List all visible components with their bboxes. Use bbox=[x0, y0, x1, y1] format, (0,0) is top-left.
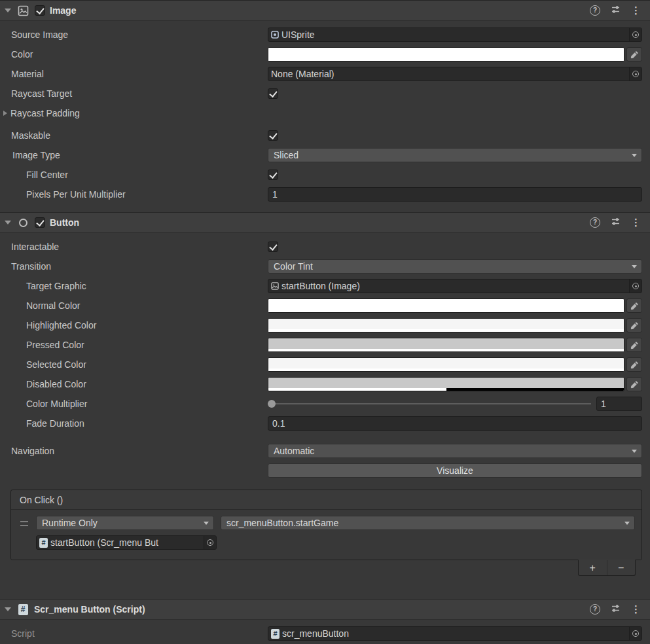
eyedropper-icon[interactable] bbox=[626, 357, 642, 372]
image-component-header[interactable]: Image ? ⋮ bbox=[0, 0, 650, 21]
button-component-title: Button bbox=[50, 217, 79, 228]
event-target-row: # startButton (Scr_menu But bbox=[36, 535, 635, 550]
source-image-field[interactable]: UISprite bbox=[268, 27, 642, 42]
foldout-open-icon[interactable] bbox=[5, 607, 11, 611]
on-click-header: On Click () bbox=[11, 490, 641, 510]
visualize-button[interactable]: Visualize bbox=[268, 463, 642, 478]
material-row: Material None (Material) bbox=[0, 64, 650, 84]
image-enabled-checkbox[interactable] bbox=[35, 5, 45, 16]
on-click-body: Runtime Only scr_menuButton.startGame # … bbox=[11, 510, 641, 560]
eyedropper-icon[interactable] bbox=[626, 338, 642, 352]
fade-duration-input[interactable] bbox=[268, 416, 642, 431]
highlighted-color-row: Highlighted Color bbox=[0, 315, 650, 335]
kebab-menu-icon[interactable]: ⋮ bbox=[631, 217, 641, 228]
transition-dropdown[interactable]: Color Tint bbox=[268, 259, 642, 274]
slider-handle[interactable] bbox=[268, 400, 276, 408]
eyedropper-icon[interactable] bbox=[626, 47, 642, 62]
interactable-label: Interactable bbox=[0, 241, 268, 252]
kebab-menu-icon[interactable]: ⋮ bbox=[631, 5, 641, 16]
help-icon[interactable]: ? bbox=[590, 217, 600, 228]
fill-center-checkbox[interactable] bbox=[268, 170, 278, 180]
button-component-body: Interactable Transition Color Tint Targe… bbox=[0, 233, 650, 585]
script-component-header[interactable]: # Scr_menu Button (Script) ? ⋮ bbox=[0, 599, 650, 620]
target-graphic-value: startButton (Image) bbox=[279, 281, 629, 291]
picker-circle-icon bbox=[632, 71, 639, 77]
navigation-dropdown[interactable]: Automatic bbox=[268, 444, 642, 458]
normal-color-label: Normal Color bbox=[0, 300, 268, 311]
disabled-color-swatch[interactable] bbox=[268, 377, 624, 391]
pressed-color-swatch[interactable] bbox=[268, 338, 624, 352]
color-multiplier-input[interactable] bbox=[596, 397, 642, 411]
image-type-value: Sliced bbox=[274, 150, 298, 160]
object-picker-icon[interactable] bbox=[629, 279, 641, 293]
chevron-down-icon bbox=[632, 265, 637, 268]
csharp-script-icon: # bbox=[39, 538, 48, 548]
image-type-dropdown[interactable]: Sliced bbox=[268, 148, 642, 162]
picker-circle-icon bbox=[632, 283, 639, 289]
chevron-down-icon bbox=[624, 522, 630, 525]
slider-track bbox=[268, 403, 591, 404]
object-picker-icon[interactable] bbox=[629, 28, 641, 41]
event-list-buttons: + − bbox=[578, 560, 636, 576]
foldout-open-icon[interactable] bbox=[5, 9, 11, 12]
object-picker-icon[interactable] bbox=[629, 67, 641, 80]
add-event-button[interactable]: + bbox=[579, 560, 607, 575]
highlighted-color-swatch[interactable] bbox=[268, 318, 624, 332]
selected-color-swatch[interactable] bbox=[268, 357, 624, 372]
object-picker-icon[interactable] bbox=[629, 627, 641, 640]
sprite-icon bbox=[271, 31, 279, 39]
target-graphic-row: Target Graphic startButton (Image) bbox=[0, 276, 650, 296]
chevron-down-icon bbox=[632, 450, 637, 453]
navigation-row: Navigation Automatic bbox=[0, 441, 650, 461]
drag-handle[interactable] bbox=[20, 521, 28, 526]
eyedropper-icon[interactable] bbox=[626, 318, 642, 332]
target-graphic-label: Target Graphic bbox=[0, 281, 268, 291]
raycast-target-row: Raycast Target bbox=[0, 84, 650, 103]
event-target-field[interactable]: # startButton (Scr_menu But bbox=[36, 535, 217, 550]
csharp-script-icon: # bbox=[271, 629, 280, 639]
raycast-target-checkbox[interactable] bbox=[268, 88, 278, 99]
maskable-checkbox[interactable] bbox=[268, 130, 278, 141]
help-icon[interactable]: ? bbox=[590, 5, 600, 16]
on-click-event-box: On Click () Runtime Only scr_menuButton.… bbox=[10, 490, 642, 560]
color-multiplier-slider[interactable] bbox=[268, 397, 591, 411]
alpha-bar bbox=[268, 368, 624, 371]
chevron-down-icon bbox=[204, 522, 209, 525]
target-graphic-field[interactable]: startButton (Image) bbox=[268, 279, 642, 293]
normal-color-swatch[interactable] bbox=[268, 298, 624, 313]
event-state-dropdown[interactable]: Runtime Only bbox=[36, 516, 214, 530]
event-row: Runtime Only scr_menuButton.startGame bbox=[36, 516, 635, 530]
interactable-checkbox[interactable] bbox=[268, 241, 278, 252]
normal-color-row: Normal Color bbox=[0, 296, 650, 315]
presets-icon[interactable] bbox=[611, 603, 621, 615]
eyedropper-icon[interactable] bbox=[626, 377, 642, 391]
image-component: Image ? ⋮ Source Image UISprite Color bbox=[0, 0, 650, 212]
script-component: # Scr_menu Button (Script) ? ⋮ Script # … bbox=[0, 599, 650, 644]
help-icon[interactable]: ? bbox=[590, 604, 600, 615]
presets-icon[interactable] bbox=[611, 5, 621, 16]
event-function-value: scr_menuButton.startGame bbox=[226, 518, 338, 528]
kebab-menu-icon[interactable]: ⋮ bbox=[631, 604, 641, 615]
foldout-open-icon[interactable] bbox=[5, 221, 11, 224]
script-field[interactable]: # scr_menuButton bbox=[268, 626, 642, 641]
pixels-per-unit-input[interactable] bbox=[268, 187, 642, 202]
on-click-title: On Click () bbox=[20, 495, 63, 505]
color-swatch[interactable] bbox=[268, 47, 624, 62]
raycast-padding-text: Raycast Padding bbox=[10, 108, 80, 118]
object-picker-icon[interactable] bbox=[204, 536, 216, 549]
remove-event-button[interactable]: − bbox=[607, 560, 636, 575]
event-function-dropdown[interactable]: scr_menuButton.startGame bbox=[221, 516, 635, 530]
picker-circle-icon bbox=[207, 539, 213, 546]
color-multiplier-label: Color Multiplier bbox=[0, 399, 268, 409]
presets-icon[interactable] bbox=[611, 217, 621, 228]
maskable-row: Maskable bbox=[0, 126, 650, 145]
foldout-collapsed-icon[interactable] bbox=[3, 111, 7, 116]
chevron-down-icon bbox=[632, 154, 637, 157]
visualize-row: Visualize bbox=[0, 461, 650, 480]
eyedropper-icon[interactable] bbox=[626, 298, 642, 313]
material-field[interactable]: None (Material) bbox=[268, 67, 642, 81]
button-component-header[interactable]: Button ? ⋮ bbox=[0, 212, 650, 233]
button-enabled-checkbox[interactable] bbox=[35, 217, 45, 228]
alpha-bar bbox=[268, 388, 624, 391]
fade-duration-row: Fade Duration bbox=[0, 414, 650, 433]
